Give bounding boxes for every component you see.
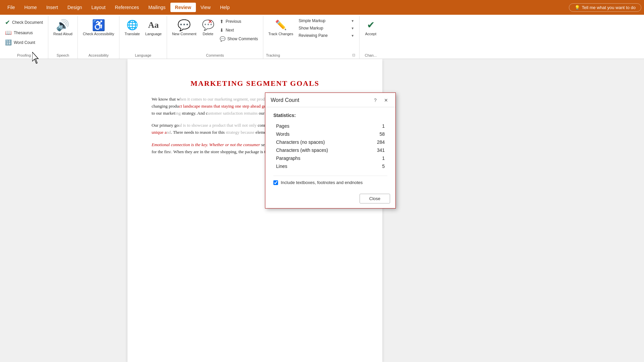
stats-row: Characters (no spaces)284 [273, 138, 387, 146]
language-label: Language [145, 32, 162, 36]
stats-row-value: 341 [366, 146, 387, 154]
next-label: Next [226, 28, 234, 33]
stats-row-value: 5 [366, 162, 387, 170]
tracking-expand-icon[interactable]: ⊡ [352, 53, 357, 57]
document-area: MARKETING SEGMENT GOALS We know that whe… [0, 59, 644, 362]
tab-layout[interactable]: Layout [87, 3, 110, 12]
simple-markup-dropdown[interactable]: Simple Markup ▼ [296, 17, 357, 24]
stats-row-value: 58 [366, 130, 387, 138]
stats-row-label: Pages [273, 122, 366, 130]
include-textboxes-label: Include textboxes, footnotes and endnote… [281, 180, 363, 185]
ribbon-group-proofing: ✔ Check Document 📖 Thesaurus 🔢 Word Coun… [0, 16, 48, 59]
word-count-label: Word Count [14, 40, 35, 45]
language-button[interactable]: Aa Language [143, 17, 164, 38]
dialog-help-button[interactable]: ? [371, 96, 379, 104]
stats-row: Words58 [273, 130, 387, 138]
ribbon-group-accessibility: ♿ Check Accessibility Accessibility [78, 16, 120, 59]
doc-title: MARKETING SEGMENT GOALS [152, 79, 358, 88]
new-comment-label: New Comment [172, 32, 197, 36]
show-markup-label: Show Markup [299, 26, 350, 31]
tell-me-input[interactable]: 💡 Tell me what you want to do [569, 3, 641, 12]
accept-button[interactable]: ✔ Accept [362, 17, 379, 38]
accessibility-icon: ♿ [92, 19, 105, 31]
stats-table: Pages1Words58Characters (no spaces)284Ch… [273, 122, 387, 170]
dialog-titlebar: Word Count ? ✕ [265, 93, 395, 107]
check-icon: ✔ [5, 19, 10, 26]
stats-row: Lines5 [273, 162, 387, 170]
tab-references[interactable]: References [110, 3, 144, 12]
stats-row-label: Characters (no spaces) [273, 138, 366, 146]
word-count-icon: 🔢 [5, 39, 12, 46]
thesaurus-icon: 📖 [5, 29, 12, 36]
close-dialog-button[interactable]: Close [360, 194, 390, 203]
lightbulb-icon: 💡 [575, 5, 580, 10]
previous-icon: ⬆ [220, 19, 224, 24]
check-document-button[interactable]: ✔ Check Document [3, 17, 45, 27]
reviewing-pane-dropdown[interactable]: Reviewing Pane ▼ [296, 32, 357, 39]
dialog-body: Statistics: Pages1Words58Characters (no … [265, 107, 395, 190]
check-document-label: Check Document [12, 20, 43, 25]
stats-row: Characters (with spaces)341 [273, 146, 387, 154]
comments-group-label: Comments [170, 52, 260, 58]
track-changes-button[interactable]: ✏️ Track Changes [266, 17, 296, 38]
show-markup-dropdown[interactable]: Show Markup ▼ [296, 25, 357, 32]
track-changes-label: Track Changes [268, 32, 293, 36]
tab-mailings[interactable]: Mailings [144, 3, 170, 12]
language-icon: Aa [148, 19, 159, 31]
tracking-group-label: Tracking [266, 52, 280, 58]
stats-row-value: 1 [366, 154, 387, 162]
reviewing-pane-arrow: ▼ [351, 34, 354, 38]
tab-help[interactable]: Help [215, 3, 234, 12]
translate-button[interactable]: 🌐 Translate [122, 17, 142, 38]
word-count-dialog: Word Count ? ✕ Statistics: Pages1Words58… [265, 93, 396, 208]
word-count-button[interactable]: 🔢 Word Count [3, 38, 45, 47]
delete-label: Delete [203, 32, 213, 36]
tab-insert[interactable]: Insert [42, 3, 63, 12]
tab-file[interactable]: File [3, 3, 20, 12]
simple-markup-label: Simple Markup [299, 18, 350, 23]
accept-label: Accept [365, 32, 376, 36]
delete-icon: 💬 ✕ [202, 19, 214, 31]
show-comments-button[interactable]: 💬 Show Comments [217, 35, 260, 43]
stats-row-label: Characters (with spaces) [273, 146, 366, 154]
reviewing-pane-label: Reviewing Pane [299, 33, 350, 38]
show-comments-icon: 💬 [220, 36, 225, 42]
read-aloud-button[interactable]: 🔊 Read Aloud [51, 17, 75, 38]
doc-margin-left [0, 59, 127, 362]
translate-label: Translate [124, 32, 140, 36]
next-button[interactable]: ⬇ Next [217, 26, 260, 34]
tab-bar: File Home Insert Design Layout Reference… [0, 0, 644, 15]
stats-label: Statistics: [273, 113, 387, 118]
previous-button[interactable]: ⬆ Previous [217, 17, 260, 25]
dialog-title: Word Count [271, 97, 299, 103]
read-aloud-label: Read Aloud [53, 32, 72, 36]
stats-row-value: 1 [366, 122, 387, 130]
stats-row-value: 284 [366, 138, 387, 146]
check-accessibility-button[interactable]: ♿ Check Accessibility [80, 17, 117, 38]
tab-view[interactable]: View [196, 3, 215, 12]
include-textboxes-checkbox[interactable] [273, 180, 278, 185]
delete-button[interactable]: 💬 ✕ Delete [200, 17, 217, 38]
stats-row: Pages1 [273, 122, 387, 130]
tell-me-label: Tell me what you want to do [582, 5, 636, 10]
ribbon-group-comments: 💬 New Comment 💬 ✕ Delete ⬆ Previous ⬇ Ne… [167, 16, 263, 59]
tab-design[interactable]: Design [63, 3, 87, 12]
speech-group-label: Speech [51, 52, 75, 58]
ribbon-group-changes: ✔ Accept Chan... [360, 16, 382, 59]
new-comment-button[interactable]: 💬 New Comment [170, 17, 199, 38]
new-comment-icon: 💬 [177, 19, 191, 31]
stats-row-label: Paragraphs [273, 154, 366, 162]
accessibility-group-label: Accessibility [80, 52, 117, 58]
ribbon-group-speech: 🔊 Read Aloud Speech [48, 16, 78, 59]
tab-home[interactable]: Home [20, 3, 42, 12]
doc-margin-right [382, 59, 644, 362]
ribbon-group-language: 🌐 Translate Aa Language Language [119, 16, 167, 59]
tab-review[interactable]: Review [170, 3, 196, 12]
language-group-label: Language [122, 52, 164, 58]
stats-row: Paragraphs1 [273, 154, 387, 162]
translate-icon: 🌐 [126, 19, 138, 31]
thesaurus-button[interactable]: 📖 Thesaurus [3, 28, 45, 37]
dialog-close-x-button[interactable]: ✕ [382, 96, 390, 104]
stats-row-label: Words [273, 130, 366, 138]
read-aloud-icon: 🔊 [56, 19, 69, 31]
